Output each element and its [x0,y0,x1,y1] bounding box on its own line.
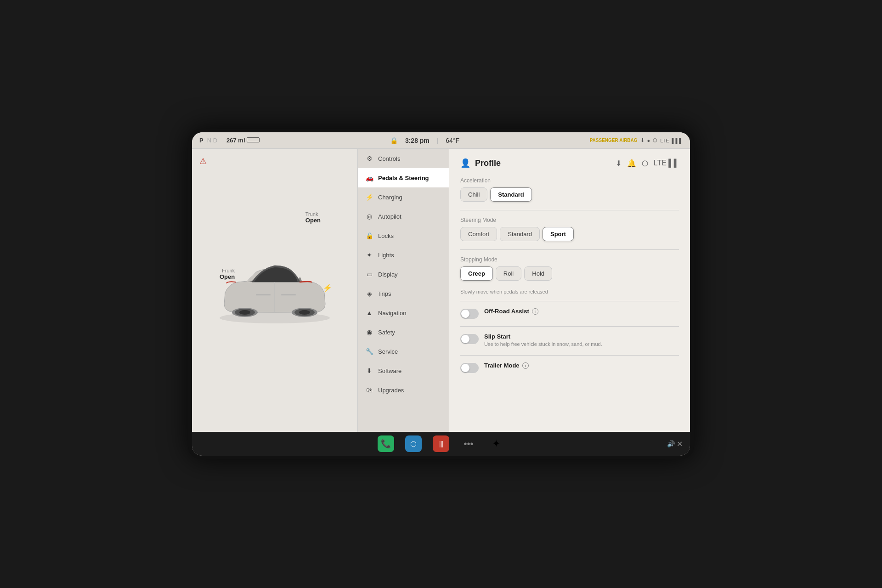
menu-item-upgrades[interactable]: 🛍 Upgrades [358,380,449,400]
slip-start-title: Slip Start [484,333,679,340]
menu-item-safety[interactable]: ◉ Safety [358,322,449,342]
volume-control[interactable]: 🔊 ✕ [667,440,683,448]
autopilot-label: Autopilot [378,213,401,220]
trips-label: Trips [378,290,391,297]
warning-icon: ⚠ [199,156,207,166]
menu-item-display[interactable]: ▭ Display [358,265,449,284]
stopping-btn-group: Creep Roll Hold [460,266,679,281]
menu-item-software[interactable]: ⬇ Software [358,361,449,380]
safety-icon: ◉ [365,328,373,336]
signal-bars: ▌▌▌ [672,138,683,143]
service-icon: 🔧 [365,347,373,356]
more-button[interactable]: ••• [460,435,477,452]
bell-icon[interactable]: 🔔 [627,159,636,168]
music-icon: ||| [439,440,443,447]
steer-standard-btn[interactable]: Standard [500,227,540,241]
accel-chill-btn[interactable]: Chill [460,187,487,202]
stop-creep-btn[interactable]: Creep [460,266,493,281]
settings-title: Profile [475,158,501,168]
gear-options: N D [207,137,217,144]
time-display: 3:28 pm [405,137,430,144]
divider-5 [460,355,679,356]
screen: P N D 267 mi 🔒 3:28 pm | 64°F PASSENGER … [192,132,690,456]
music-button[interactable]: ||| [433,435,449,452]
steering-btn-group: Comfort Standard Sport [460,227,679,241]
menu-item-pedals[interactable]: 🚗 Pedals & Steering [358,168,449,187]
stop-roll-btn[interactable]: Roll [496,266,521,281]
mute-icon: ✕ [677,440,683,448]
menu-item-controls[interactable]: ⚙ Controls [358,149,449,168]
screen-outer: P N D 267 mi 🔒 3:28 pm | 64°F PASSENGER … [188,129,694,459]
lights-label: Lights [378,252,394,259]
trailer-info-icon[interactable]: i [522,362,529,369]
software-label: Software [378,368,401,374]
display-label: Display [378,271,398,278]
autopilot-icon: ◎ [365,212,373,220]
stopping-label: Stopping Mode [460,256,679,263]
stop-hold-btn[interactable]: Hold [524,266,552,281]
dots-icon: ••• [464,439,473,449]
frunk-label: Frunk Open [220,268,235,280]
off-road-title: Off-Road Assist i [484,308,679,315]
service-label: Service [378,348,398,355]
menu-item-trips[interactable]: ◈ Trips [358,284,449,303]
steer-sport-btn[interactable]: Sport [543,227,574,241]
navigation-icon: ▲ [365,309,373,317]
charging-icon: ⚡ [365,193,373,201]
menu-item-autopilot[interactable]: ◎ Autopilot [358,207,449,226]
menu-item-locks[interactable]: 🔒 Locks [358,226,449,245]
off-road-info: Off-Road Assist i [484,308,679,315]
acceleration-section: Acceleration Chill Standard [460,177,679,202]
stopping-subtitle: Slowly move when pedals are released [460,289,679,294]
acceleration-label: Acceleration [460,177,679,184]
range-display: 267 mi [226,137,260,144]
divider-1 [460,210,679,210]
safety-label: Safety [378,329,395,336]
steering-label: Steering Mode [460,217,679,223]
passenger-airbag-badge: PASSENGER AIRBAG [590,138,638,143]
menu-item-lights[interactable]: ✦ Lights [358,245,449,265]
gear-indicator: P [199,137,204,144]
car-panel: ⚠ Frunk Open Trunk Open [192,149,357,432]
slip-start-desc: Use to help free vehicle stuck in snow, … [484,341,679,348]
stars-icon: ✦ [492,438,500,450]
phone-icon: 📞 [381,439,391,449]
taskbar: 📞 ⬡ ||| ••• ✦ 🔊 ✕ [192,432,690,456]
divider-line: | [437,137,438,144]
slip-start-toggle-row: Slip Start Use to help free vehicle stuc… [460,333,679,348]
status-right: PASSENGER AIRBAG ⬇ ● ⬡ LTE ▌▌▌ [590,137,683,143]
locks-icon: 🔒 [365,232,373,240]
accel-standard-btn[interactable]: Standard [490,187,531,202]
car-visualization: ⚡ [210,240,339,341]
stars-button[interactable]: ✦ [488,435,504,452]
trunk-label: Trunk Open [305,211,321,224]
upgrades-icon: 🛍 [365,386,373,394]
menu-item-navigation[interactable]: ▲ Navigation [358,303,449,322]
download-header-icon[interactable]: ⬇ [616,159,622,168]
off-road-toggle[interactable] [460,309,479,319]
svg-point-3 [239,310,250,315]
acceleration-btn-group: Chill Standard [460,187,679,202]
svg-text:⚡: ⚡ [323,283,332,292]
charging-label: Charging [378,194,402,201]
phone-button[interactable]: 📞 [378,435,394,452]
pedals-icon: 🚗 [365,174,373,182]
signal-header-icon: LTE ▌▌ [654,159,679,167]
menu-item-charging[interactable]: ⚡ Charging [358,187,449,207]
status-left: P N D 267 mi [199,137,260,144]
trailer-toggle[interactable] [460,363,479,373]
bluetooth-header-icon[interactable]: ⬡ [642,159,648,168]
steer-comfort-btn[interactable]: Comfort [460,227,497,241]
menu-panel: ⚙ Controls 🚗 Pedals & Steering ⚡ Chargin… [357,149,449,432]
off-road-info-icon[interactable]: i [532,308,538,315]
stopping-section: Stopping Mode Creep Roll Hold Slowly mov… [460,256,679,294]
divider-4 [460,326,679,327]
bluetooth-taskbar-icon: ⬡ [410,440,417,448]
off-road-toggle-row: Off-Road Assist i [460,308,679,319]
menu-item-service[interactable]: 🔧 Service [358,342,449,361]
trips-icon: ◈ [365,289,373,298]
slip-start-toggle[interactable] [460,334,479,344]
locks-label: Locks [378,232,394,239]
trailer-toggle-row: Trailer Mode i [460,362,679,373]
bluetooth-button[interactable]: ⬡ [405,435,422,452]
